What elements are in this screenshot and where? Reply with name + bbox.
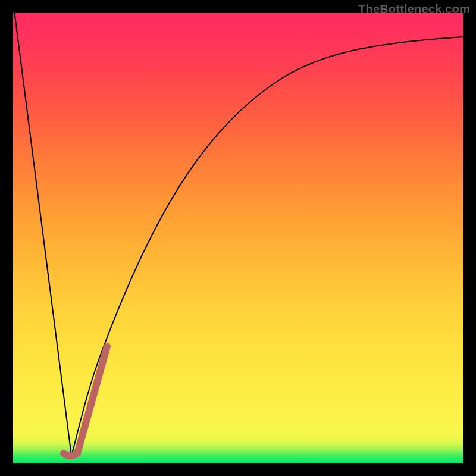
curve-layer <box>13 13 463 463</box>
curve-right-ascent <box>71 37 463 456</box>
curve-left-descent <box>14 11 71 456</box>
chart-frame: TheBottleneck.com <box>0 0 476 476</box>
watermark-text: TheBottleneck.com <box>358 2 470 16</box>
